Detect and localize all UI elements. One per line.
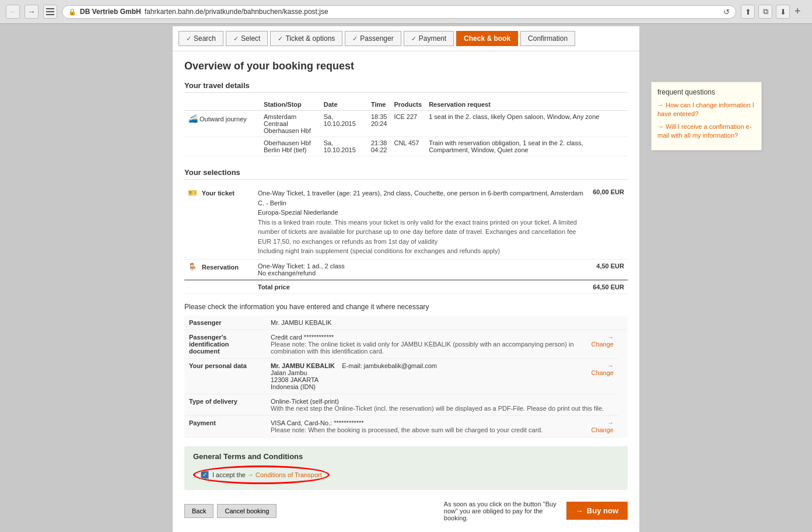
total-price: 64,50 EUR	[589, 280, 628, 294]
progress-bar: ✓ Search ✓ Select ✓ Ticket & options ✓ P…	[173, 26, 639, 51]
terms-link[interactable]: → Conditions of Transport	[247, 471, 322, 478]
journey-label-2	[184, 137, 260, 156]
reload-icon[interactable]: ↺	[723, 8, 730, 16]
terms-checkbox[interactable]	[201, 471, 209, 479]
add-tab-button[interactable]: +	[794, 6, 806, 18]
col-products: Products	[390, 99, 425, 111]
info-section: Please check the information you have en…	[184, 303, 628, 438]
step-check-book[interactable]: Check & book	[456, 31, 518, 46]
col-reservation: Reservation request	[425, 99, 628, 111]
step-payment[interactable]: ✓ Payment	[404, 31, 454, 46]
buy-now-button[interactable]: → Buy now	[566, 502, 628, 520]
faq-link-2[interactable]: Will I receive a confirmation e-mail wit…	[657, 123, 755, 141]
table-row: Your personal data Mr. JAMBU KEBALIK E-m…	[184, 358, 628, 394]
sidebar-toggle[interactable]	[43, 5, 57, 19]
product-col-1: ICE 227	[390, 111, 425, 137]
duplicate-button[interactable]: ⧉	[758, 5, 772, 19]
step-passenger-label: Passenger	[360, 34, 393, 43]
terms-title: General Terms and Conditions	[193, 452, 619, 461]
travel-section-title: Your travel details	[184, 81, 628, 93]
step-check-book-label: Check & book	[464, 34, 510, 43]
table-row: Oberhausen Hbf Berlin Hbf (tief) Sa, 10.…	[184, 137, 628, 156]
bottom-bar: Back Cancel booking As soon as you click…	[184, 496, 628, 526]
date-col-2: Sa, 10.10.2015	[320, 137, 368, 156]
bottom-buttons: Back Cancel booking	[184, 504, 276, 518]
share-button[interactable]: ⬆	[741, 5, 755, 19]
download-button[interactable]: ⬇	[776, 5, 790, 19]
payment-change-cell: Change	[581, 415, 618, 437]
page-wrapper: ✓ Search ✓ Select ✓ Ticket & options ✓ P…	[0, 24, 812, 532]
col-station: Station/Stop	[260, 99, 320, 111]
reservation-label-col: 🪑 Reservation	[184, 259, 254, 280]
address-domain: DB Vertrieb GmbH	[80, 8, 141, 16]
info-table: Passenger Mr. JAMBU KEBALIK Passenger's …	[184, 316, 628, 438]
date-col-1: Sa, 10.10.2015	[320, 111, 368, 137]
payment-value-col: VISA Card, Card-No.: ************ Please…	[266, 415, 581, 437]
step-confirmation: Confirmation	[520, 31, 575, 46]
personal-value-col: Mr. JAMBU KEBALIK E-mail: jambukebalik@g…	[266, 358, 581, 394]
table-row: Passenger's identification document Cred…	[184, 330, 628, 358]
station-col-2: Oberhausen Hbf Berlin Hbf (tief)	[260, 137, 320, 156]
check-icon: ✓	[278, 35, 283, 43]
table-row: Payment VISA Card, Card-No.: ***********…	[184, 415, 628, 437]
personal-label: Your personal data	[184, 358, 266, 394]
selections-section-title: Your selections	[184, 168, 628, 180]
journey-label: 🚄 Outward journey	[184, 111, 260, 137]
step-search[interactable]: ✓ Search	[178, 31, 223, 46]
address-bar[interactable]: 🔒 DB Vertrieb GmbH fahrkarten.bahn.de/pr…	[62, 5, 736, 19]
toolbar-actions: ⬆ ⧉ ⬇	[741, 5, 790, 19]
delivery-value-col: Online-Ticket (self-print) With the next…	[266, 394, 618, 415]
terms-section: General Terms and Conditions I accept th…	[184, 446, 628, 490]
step-select-label: Select	[241, 34, 260, 43]
svg-rect-0	[46, 8, 54, 9]
secure-icon: 🔒	[68, 8, 76, 16]
table-row: 🚄 Outward journey Amsterdam Centraal Obe…	[184, 111, 628, 137]
terms-row: I accept the → Conditions of Transport	[201, 471, 322, 479]
passenger-change-empty	[618, 316, 628, 330]
reservation-desc-col: One-Way Ticket: 1 ad., 2 class No exchan…	[254, 259, 589, 280]
personal-change-link[interactable]: Change	[591, 362, 614, 376]
forward-button[interactable]: →	[24, 5, 38, 19]
faq-link-1[interactable]: How can I change information I have ente…	[657, 101, 755, 119]
terms-label: I accept the → Conditions of Transport	[212, 471, 322, 478]
back-button[interactable]: Back	[184, 504, 214, 518]
delivery-label: Type of delivery	[184, 394, 266, 415]
total-label: Total price	[254, 280, 589, 294]
col-time: Time	[368, 99, 391, 111]
cancel-booking-button[interactable]: Cancel booking	[217, 504, 276, 518]
buy-label: Buy now	[587, 506, 618, 515]
id-change-link[interactable]: Change	[591, 334, 614, 348]
faq-panel: frequent questions How can I change info…	[651, 82, 762, 150]
ticket-icon: 🎫	[188, 188, 197, 197]
reservation-col-2: Train with reservation obligation, 1 sea…	[425, 137, 628, 156]
page-content: ✓ Search ✓ Select ✓ Ticket & options ✓ P…	[173, 26, 639, 532]
payment-change-link[interactable]: Change	[591, 419, 614, 433]
check-icon: ✓	[233, 35, 239, 43]
id-value-col: Credit card ************ Please note: Th…	[266, 330, 581, 358]
step-confirmation-label: Confirmation	[528, 34, 568, 43]
table-row: Type of delivery Online-Ticket (self-pri…	[184, 394, 628, 415]
page-title: Overview of your booking request	[184, 60, 628, 72]
passenger-label: Passenger	[184, 316, 266, 330]
step-select[interactable]: ✓ Select	[226, 31, 268, 46]
col-journey	[184, 99, 260, 111]
svg-rect-1	[46, 11, 54, 12]
buy-section: As soon as you click on the button "Buy …	[444, 501, 628, 522]
step-ticket-label: Ticket & options	[285, 34, 335, 43]
selections-table: 🎫 Your ticket One-Way Ticket, 1 travelle…	[184, 186, 628, 294]
buy-arrow-icon: →	[576, 506, 583, 515]
step-search-label: Search	[194, 34, 216, 43]
buy-note: As soon as you click on the button "Buy …	[444, 501, 561, 522]
total-label-cell	[184, 280, 254, 294]
step-passenger[interactable]: ✓ Passenger	[345, 31, 401, 46]
address-url: fahrkarten.bahn.de/privatkunde/bahnbuche…	[145, 8, 328, 16]
id-label: Passenger's identification document	[184, 330, 266, 358]
back-button[interactable]: ←	[6, 5, 20, 19]
reservation-icon: 🪑	[188, 262, 197, 271]
table-row: 🪑 Reservation One-Way Ticket: 1 ad., 2 c…	[184, 259, 628, 280]
check-icon: ✓	[186, 35, 191, 43]
main-content: frequent questions How can I change info…	[173, 51, 639, 532]
step-payment-label: Payment	[419, 34, 446, 43]
step-ticket-options[interactable]: ✓ Ticket & options	[270, 31, 342, 46]
id-change-cell: Change	[581, 330, 618, 358]
